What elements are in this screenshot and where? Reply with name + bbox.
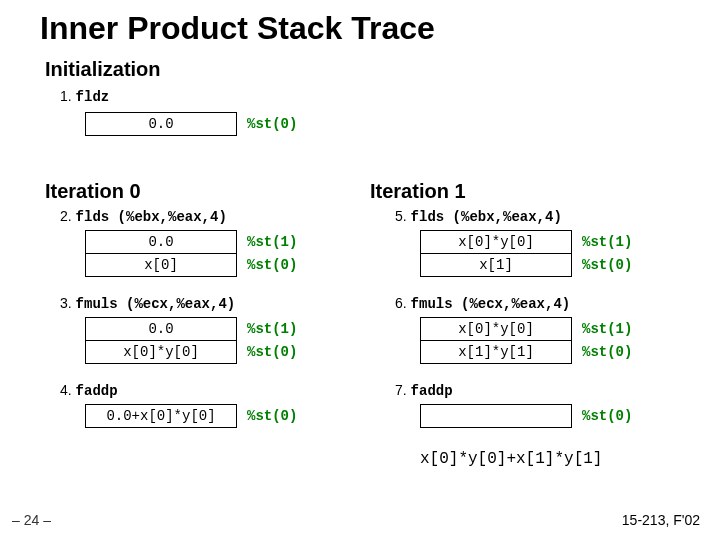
stack-4-cell-0: 0.0+x[0]*y[0] xyxy=(86,405,237,428)
result-expression: x[0]*y[0]+x[1]*y[1] xyxy=(420,450,602,468)
stack-2-reg-1: %st(0) xyxy=(237,254,298,277)
step-6: 6. fmuls (%ecx,%eax,4) xyxy=(395,295,570,312)
step-6-num: 6. xyxy=(395,295,407,311)
stack-6-cell-1: x[1]*y[1] xyxy=(421,341,572,364)
stack-2-reg-0: %st(1) xyxy=(237,231,298,254)
stack-3-cell-1: x[0]*y[0] xyxy=(86,341,237,364)
stack-5-reg-0: %st(1) xyxy=(572,231,633,254)
stack-7: %st(0) xyxy=(420,404,632,428)
step-3-num: 3. xyxy=(60,295,72,311)
step-3-instr: fmuls (%ecx,%eax,4) xyxy=(76,296,236,312)
stack-2-cell-0: 0.0 xyxy=(86,231,237,254)
stack-4: 0.0+x[0]*y[0] %st(0) xyxy=(85,404,297,428)
stack-4-reg-0: %st(0) xyxy=(237,405,298,428)
stack-3-cell-0: 0.0 xyxy=(86,318,237,341)
step-4: 4. faddp xyxy=(60,382,118,399)
step-7-instr: faddp xyxy=(411,383,453,399)
stack-7-cell-0 xyxy=(421,405,572,428)
step-1: 1. fldz xyxy=(60,88,109,105)
step-2: 2. flds (%ebx,%eax,4) xyxy=(60,208,227,225)
stack-2: 0.0 %st(1) x[0] %st(0) xyxy=(85,230,298,277)
step-3: 3. fmuls (%ecx,%eax,4) xyxy=(60,295,235,312)
stack-5-cell-1: x[1] xyxy=(421,254,572,277)
step-1-instr: fldz xyxy=(76,89,110,105)
footer-page: – 24 – xyxy=(12,512,51,528)
stack-3-reg-1: %st(0) xyxy=(237,341,298,364)
step-7-num: 7. xyxy=(395,382,407,398)
stack-3-reg-0: %st(1) xyxy=(237,318,298,341)
step-4-num: 4. xyxy=(60,382,72,398)
footer-course: 15-213, F'02 xyxy=(622,512,700,528)
stack-1-cell-0: 0.0 xyxy=(86,113,237,136)
stack-3: 0.0 %st(1) x[0]*y[0] %st(0) xyxy=(85,317,298,364)
stack-6-cell-0: x[0]*y[0] xyxy=(421,318,572,341)
step-2-instr: flds (%ebx,%eax,4) xyxy=(76,209,227,225)
step-2-num: 2. xyxy=(60,208,72,224)
stack-6: x[0]*y[0] %st(1) x[1]*y[1] %st(0) xyxy=(420,317,633,364)
stack-6-reg-1: %st(0) xyxy=(572,341,633,364)
stack-7-reg-0: %st(0) xyxy=(572,405,633,428)
section-iter1: Iteration 1 xyxy=(370,180,466,203)
stack-1-reg-0: %st(0) xyxy=(237,113,298,136)
section-iter0: Iteration 0 xyxy=(45,180,141,203)
section-initialization: Initialization xyxy=(45,58,161,81)
step-5-num: 5. xyxy=(395,208,407,224)
step-7: 7. faddp xyxy=(395,382,453,399)
stack-6-reg-0: %st(1) xyxy=(572,318,633,341)
stack-5-cell-0: x[0]*y[0] xyxy=(421,231,572,254)
step-5-instr: flds (%ebx,%eax,4) xyxy=(411,209,562,225)
stack-1: 0.0 %st(0) xyxy=(85,112,297,136)
step-1-num: 1. xyxy=(60,88,72,104)
stack-5-reg-1: %st(0) xyxy=(572,254,633,277)
step-4-instr: faddp xyxy=(76,383,118,399)
step-5: 5. flds (%ebx,%eax,4) xyxy=(395,208,562,225)
stack-2-cell-1: x[0] xyxy=(86,254,237,277)
stack-5: x[0]*y[0] %st(1) x[1] %st(0) xyxy=(420,230,633,277)
step-6-instr: fmuls (%ecx,%eax,4) xyxy=(411,296,571,312)
page-title: Inner Product Stack Trace xyxy=(40,10,435,47)
